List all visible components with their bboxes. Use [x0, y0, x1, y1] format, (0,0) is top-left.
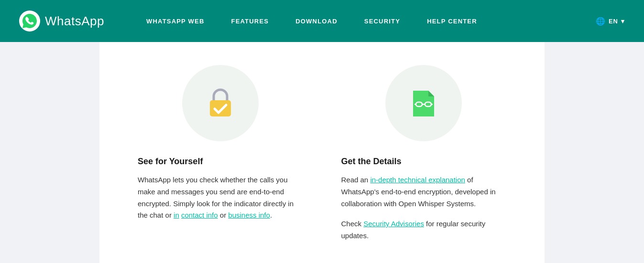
- card-see-for-yourself-body: WhatsApp lets you check whether the call…: [138, 174, 303, 221]
- lang-label: EN: [609, 18, 618, 25]
- card-see-for-yourself-paragraph: WhatsApp lets you check whether the call…: [138, 174, 303, 221]
- nav-item-features[interactable]: FEATURES: [218, 18, 282, 25]
- card-see-for-yourself: See for Yourself WhatsApp lets you check…: [138, 65, 303, 242]
- link-in[interactable]: in: [174, 211, 179, 219]
- nav-item-security[interactable]: SECURITY: [351, 18, 414, 25]
- card-get-the-details-paragraph1: Read an in-depth technical explanation o…: [341, 174, 507, 210]
- link-technical-explanation[interactable]: in-depth technical explanation: [370, 176, 465, 184]
- main-nav: WHATSAPP WEB FEATURES DOWNLOAD SECURITY …: [133, 18, 596, 25]
- right-sidebar-bg: [594, 42, 644, 263]
- main-content: See for Yourself WhatsApp lets you check…: [99, 42, 545, 263]
- site-header: WhatsApp WHATSAPP WEB FEATURES DOWNLOAD …: [0, 0, 644, 42]
- document-icon-circle: [385, 65, 462, 141]
- link-security-advisories[interactable]: Security Advisories: [363, 220, 424, 228]
- card-see-for-yourself-title: See for Yourself: [138, 157, 203, 167]
- card-get-the-details-paragraph2: Check Security Advisories for regular se…: [341, 218, 507, 242]
- card-get-the-details-title: Get the Details: [341, 157, 402, 167]
- card-get-the-details-body: Read an in-depth technical explanation o…: [341, 174, 507, 242]
- left-sidebar-bg: [0, 42, 50, 263]
- language-selector[interactable]: 🌐 EN ▾: [596, 17, 625, 26]
- nav-item-download[interactable]: DOWNLOAD: [282, 18, 351, 25]
- whatsapp-logo-icon: [19, 11, 40, 32]
- page-wrapper: See for Yourself WhatsApp lets you check…: [0, 42, 644, 263]
- globe-icon: 🌐: [596, 17, 606, 26]
- nav-item-whatsapp-web[interactable]: WHATSAPP WEB: [133, 18, 218, 25]
- document-glasses-icon: [406, 86, 441, 120]
- chevron-down-icon: ▾: [621, 18, 625, 25]
- link-business-info[interactable]: business info: [228, 211, 270, 219]
- nav-item-help-center[interactable]: HELP CENTER: [414, 18, 491, 25]
- lock-check-icon: [201, 84, 240, 122]
- card-get-the-details: Get the Details Read an in-depth technic…: [341, 65, 507, 242]
- link-contact-info[interactable]: contact info: [181, 211, 218, 219]
- brand-name: WhatsApp: [45, 14, 104, 29]
- logo-area[interactable]: WhatsApp: [19, 11, 104, 32]
- svg-rect-1: [210, 100, 231, 116]
- lock-icon-circle: [182, 65, 259, 141]
